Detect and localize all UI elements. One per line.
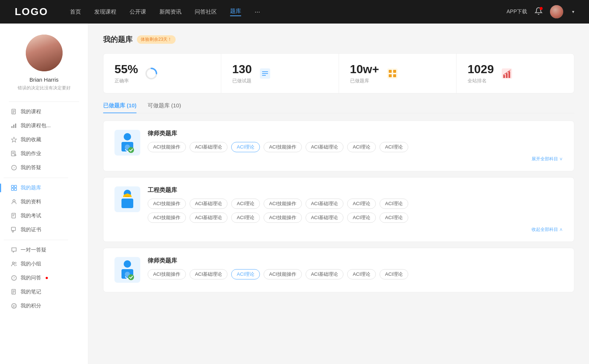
tag-3-6[interactable]: ACI理论 (380, 269, 408, 279)
main-content: 我的题库 体验剩余23天！ 55% 正确率 (88, 24, 589, 364)
tag-2-8[interactable]: ACI基础理论 (190, 213, 228, 223)
tag-1-0[interactable]: ACI技能操作 (148, 142, 186, 152)
tag-2-3[interactable]: ACI技能操作 (264, 199, 302, 209)
sidebar-item-exam[interactable]: 我的考试 (4, 209, 84, 223)
sidebar-item-homework[interactable]: 我的作业 (4, 147, 84, 161)
nav-link-discover[interactable]: 发现课程 (94, 8, 116, 15)
tag-2-7[interactable]: ACI技能操作 (148, 213, 186, 223)
sidebar-item-favorites[interactable]: 我的收藏 (4, 133, 84, 147)
sidebar-item-my-course[interactable]: 我的课程 (4, 105, 84, 119)
tag-2-4[interactable]: ACI基础理论 (306, 199, 344, 209)
stat-card-rank: 1029 全站排名 (456, 54, 574, 93)
tag-3-0[interactable]: ACI技能操作 (148, 269, 186, 279)
points-icon: 积 (11, 303, 17, 309)
expand-link-1[interactable]: 展开全部科目 ∨ (148, 156, 563, 162)
tag-2-1[interactable]: ACI基础理论 (190, 199, 228, 209)
stat-info-rank: 1029 全站排名 (468, 63, 494, 84)
stat-info-questions: 130 已做试题 (232, 63, 252, 84)
nav-link-qa[interactable]: 问答社区 (195, 8, 217, 15)
qa-icon: ? (11, 275, 17, 281)
tag-2-0[interactable]: ACI技能操作 (148, 199, 186, 209)
person-icon (11, 199, 17, 205)
bank-card-header-2: 工程类题库 ACI技能操作 ACI基础理论 ACI理论 ACI技能操作 ACI基… (114, 186, 563, 233)
sidebar-item-one-on-one[interactable]: 一对一答疑 (4, 243, 84, 257)
tag-1-4[interactable]: ACI基础理论 (306, 142, 344, 152)
nav-link-news[interactable]: 新闻资讯 (159, 8, 181, 15)
group-icon (11, 261, 17, 267)
svg-text:积: 积 (13, 304, 16, 308)
sidebar-item-group[interactable]: 我的小组 (4, 257, 84, 271)
question-icon: ? (11, 165, 17, 171)
sidebar-item-my-questions[interactable]: ? 我的问答 (4, 271, 84, 285)
sidebar-item-question-bank[interactable]: 我的题库 (4, 181, 84, 195)
bank-card-header-3: 律师类题库 ACI技能操作 ACI基础理论 ACI理论 ACI技能操作 ACI基… (114, 257, 563, 283)
svg-rect-16 (14, 188, 17, 190)
tag-2-5[interactable]: ACI理论 (347, 199, 376, 209)
svg-text:?: ? (13, 166, 15, 170)
tag-2-2[interactable]: ACI理论 (231, 199, 260, 209)
tab-done-banks[interactable]: 已做题库 (10) (103, 102, 137, 113)
stat-value-accuracy: 55% (114, 63, 138, 76)
tag-2-6[interactable]: ACI理论 (380, 199, 408, 209)
avatar-dropdown-arrow[interactable]: ▾ (572, 9, 574, 14)
bank-title-1: 律师类题库 (148, 130, 563, 138)
sidebar-user-name: Brian Harris (29, 76, 59, 83)
rank-bar-icon (500, 67, 514, 80)
banks-grid-icon (386, 67, 399, 80)
avatar[interactable] (550, 5, 563, 18)
sidebar-item-qa-answer[interactable]: ? 我的答疑 (4, 161, 84, 175)
nav-link-open-course[interactable]: 公开课 (130, 8, 146, 15)
bank-card-engineer: 工程类题库 ACI技能操作 ACI基础理论 ACI理论 ACI技能操作 ACI基… (103, 177, 574, 242)
svg-rect-46 (503, 75, 505, 78)
trial-badge: 体验剩余23天！ (137, 35, 176, 44)
navbar: LOGO 首页 发现课程 公开课 新闻资讯 问答社区 题库 ··· APP下载 … (0, 0, 589, 24)
stat-label-questions: 已做试题 (232, 78, 252, 84)
nav-more-dots[interactable]: ··· (254, 8, 260, 16)
tab-available-banks[interactable]: 可做题库 (10) (148, 102, 181, 113)
tag-1-6[interactable]: ACI理论 (380, 142, 408, 152)
bank-card-body-2: 工程类题库 ACI技能操作 ACI基础理论 ACI理论 ACI技能操作 ACI基… (148, 186, 563, 233)
lawyer-person-icon-1 (118, 132, 137, 154)
svg-rect-54 (121, 199, 133, 208)
tag-3-3[interactable]: ACI技能操作 (264, 269, 302, 279)
sidebar-label-question-bank: 我的题库 (21, 185, 41, 191)
svg-rect-42 (393, 70, 396, 73)
sidebar-item-certificate[interactable]: 我的证书 (4, 223, 84, 237)
tag-2-12[interactable]: ACI理论 (347, 213, 376, 223)
svg-rect-6 (15, 124, 16, 128)
accuracy-donut-icon (145, 67, 158, 80)
sidebar-item-profile[interactable]: 我的资料 (4, 195, 84, 209)
tag-1-1[interactable]: ACI基础理论 (190, 142, 228, 152)
sidebar-label-qa-answer: 我的答疑 (21, 164, 41, 171)
tag-2-10[interactable]: ACI技能操作 (264, 213, 302, 223)
svg-rect-47 (506, 73, 508, 78)
nav-link-bank[interactable]: 题库 (230, 8, 241, 16)
tag-1-2[interactable]: ACI理论 (231, 142, 260, 152)
sidebar-label-group: 我的小组 (21, 261, 41, 267)
tag-3-1[interactable]: ACI基础理论 (190, 269, 228, 279)
sidebar-label-exam: 我的考试 (21, 213, 41, 219)
nav-link-home[interactable]: 首页 (70, 8, 81, 15)
logo: LOGO (15, 6, 48, 18)
sidebar-item-points[interactable]: 积 我的积分 (4, 299, 84, 313)
tag-2-9[interactable]: ACI理论 (231, 213, 260, 223)
tag-3-5[interactable]: ACI理论 (347, 269, 376, 279)
svg-rect-5 (13, 125, 14, 128)
question-notification-dot (46, 277, 48, 279)
collapse-link-2[interactable]: 收起全部科目 ∧ (148, 226, 563, 233)
stat-value-rank: 1029 (468, 63, 494, 76)
sidebar-item-notes[interactable]: 我的笔记 (4, 285, 84, 299)
tag-1-5[interactable]: ACI理论 (347, 142, 376, 152)
tag-1-3[interactable]: ACI技能操作 (264, 142, 302, 152)
tag-3-2[interactable]: ACI理论 (231, 269, 260, 279)
tags-row-1: ACI技能操作 ACI基础理论 ACI理论 ACI技能操作 ACI基础理论 AC… (148, 142, 563, 152)
app-download-button[interactable]: APP下载 (507, 8, 527, 15)
tag-3-4[interactable]: ACI基础理论 (306, 269, 344, 279)
tag-2-11[interactable]: ACI基础理论 (306, 213, 344, 223)
chat-icon (11, 247, 17, 253)
sidebar-divider-3 (4, 240, 68, 240)
sidebar-item-course-package[interactable]: 我的课程包... (4, 119, 84, 133)
notification-bell[interactable] (535, 7, 543, 17)
tabs-row: 已做题库 (10) 可做题库 (10) (103, 102, 574, 113)
tag-2-13[interactable]: ACI理论 (380, 213, 408, 223)
